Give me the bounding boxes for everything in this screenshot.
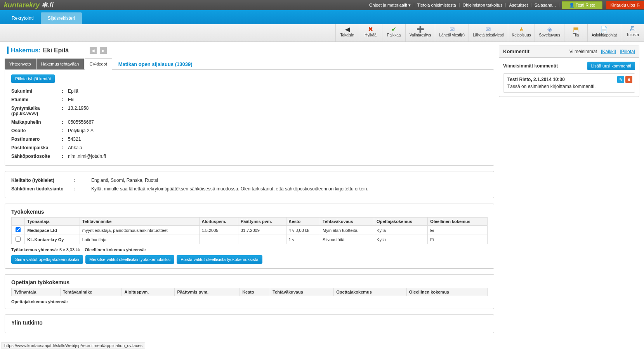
nav-tab-sijaisrekisteri[interactable]: Sijaisrekisteri [41, 12, 82, 24]
prev-arrow[interactable]: ◀ [90, 47, 97, 54]
next-arrow[interactable]: ▶ [100, 47, 107, 54]
logout-icon: ⎘ [637, 3, 640, 7]
move-to-teacher-exp-button[interactable]: Siirrä valitut opettajakokemuksiksi [11, 255, 83, 264]
nav-strip: Rekrytointi Sijaisrekisteri [0, 10, 644, 24]
work-sum1-label: Työkokemus yhteensä: [11, 247, 58, 252]
tool-icon: ✖ [363, 26, 378, 33]
field-label: Postitoimipaikka [11, 145, 62, 150]
field-value: Kyllä, minulle saa lähettää rekrytointip… [89, 186, 368, 192]
table-row: Medispace Ltdmyyntiedustaja, painottomuu… [12, 226, 488, 235]
work-title: Työkokemus [11, 209, 488, 215]
tool-label: Tila [573, 33, 579, 37]
comments-panel: Kommentit Viimeisimmät [Kaikki] [Piilota… [499, 45, 639, 97]
tool-hylk-[interactable]: ✖Hylkää [359, 24, 382, 41]
cell: 4 v 3,03 kk [286, 226, 320, 235]
col-header: Työnantaja [25, 218, 80, 226]
cell: Kyllä [374, 226, 428, 235]
personal-panel: Piilota tyhjät kentät Sukunimi:EpiläEtun… [5, 69, 494, 166]
tab-cv-tiedot[interactable]: CV-tiedot [85, 58, 112, 70]
user-badge[interactable]: 👤 Testi Risto [562, 1, 603, 9]
tool-label: Kelpoisuus [512, 33, 531, 37]
tool-label: Valintaesitys [410, 33, 431, 37]
tool-label: Asiakirjapohjat [592, 33, 617, 37]
tool-l-het-tekstiviesti[interactable]: ✉Lähetä tekstiviesti [469, 24, 508, 41]
cell [199, 235, 238, 244]
top-link[interactable]: Ohjeet ja materiaalit ▾ [366, 3, 414, 7]
table-row: KL-Kuntarekry OyLaitohuoltaja1 vSiivoust… [12, 235, 488, 244]
field-value: Eki [66, 97, 75, 102]
work-table: TyönantajaTehtävänimikeAloituspvm.Päätty… [11, 217, 488, 244]
comments-all-link[interactable]: [Kaikki] [601, 49, 616, 54]
field-value: nimi.nimi@jotain.fi [66, 154, 106, 159]
tool-label: Takaisin [340, 33, 354, 37]
comments-hide-link[interactable]: [Piilota] [620, 49, 635, 54]
cell: Ei [428, 226, 488, 235]
field-value: Englanti, Suomi, Ranska, Ruotsi [89, 178, 158, 183]
top-link[interactable]: Tietoja ohjelmistosta [414, 3, 460, 7]
top-link[interactable]: Ohjelmiston tarkoitus [460, 3, 506, 7]
cell: Ei [428, 235, 488, 244]
tool-l-het-viesti-t-[interactable]: ✉Lähetä viesti(t) [435, 24, 469, 41]
cell: 31.7.2009 [238, 226, 286, 235]
col-header: Tehtävänimike [80, 218, 199, 226]
tool-icon: ➕ [410, 26, 431, 33]
logout-button[interactable]: Kirjaudu ulos ⎘ [606, 1, 644, 9]
tool-icon: ⬒ [568, 26, 583, 33]
tool-takaisin[interactable]: ◀Takaisin [335, 24, 359, 41]
work-panel: Työkokemus TyönantajaTehtävänimikeAloitu… [5, 204, 494, 269]
tool-label: Palkkaa [387, 33, 401, 37]
comment-text: Tässä on esimiehen kirjoittama kommentti… [507, 84, 631, 89]
col-header: Kesto [240, 288, 270, 296]
field-value: 54321 [66, 136, 81, 142]
heading-label: Hakemus: [11, 47, 40, 54]
col-header: Kesto [286, 218, 320, 226]
nav-tab-rekrytointi[interactable]: Rekrytointi [5, 12, 41, 24]
tool-tulosta[interactable]: 🖶Tulosta [621, 24, 644, 41]
top-link[interactable]: Asetukset [506, 3, 531, 7]
col-header: Tehtäväkuvaus [270, 288, 334, 296]
job-link[interactable]: Matikan open sijaisuus (13039) [113, 61, 193, 67]
field-value: Pölykuja 2 A [66, 128, 94, 133]
comment-meta: Testi Risto, 2.1.2014 10:30 [507, 77, 631, 82]
cell: 1.5.2005 [199, 226, 238, 235]
tab-hakemus-tehtavaan[interactable]: Hakemus tehtävään [36, 59, 84, 69]
tool-icon: ✉ [473, 26, 504, 33]
cell: Myin alan tuotteita. [320, 226, 374, 235]
col-header: Tehtävänimike [60, 288, 122, 296]
edit-icon[interactable]: ✎ [617, 76, 624, 83]
cell: Kyllä [374, 235, 428, 244]
remove-relevant-button[interactable]: Poista valitut oleellisista työkokemuksi… [177, 255, 262, 264]
tool-kelpoisuus[interactable]: ★Kelpoisuus [508, 24, 535, 41]
field-value: Ahkala [66, 145, 82, 150]
tool-palkkaa[interactable]: ✔Palkkaa [382, 24, 405, 41]
col-header: Päättymis pvm. [238, 218, 286, 226]
tool-icon: ★ [512, 26, 531, 33]
tool-label: Lähetä viesti(t) [439, 33, 465, 37]
col-header [12, 218, 25, 226]
mark-relevant-button[interactable]: Merkitse valitut oleellisiksi työkokemuk… [85, 255, 174, 264]
add-comment-button[interactable]: Lisää uusi kommentti [587, 62, 635, 70]
degree-title: Ylin tutkinto [11, 320, 488, 326]
content-tabs: Yhteenveto Hakemus tehtävään CV-tiedot M… [5, 58, 494, 70]
field-value: 0505556667 [66, 119, 94, 125]
field-label: Sähköinen tiedoksianto [11, 186, 73, 192]
comments-subhead: Viimeisimmät kommentit [503, 63, 558, 69]
col-header: Työnantaja [12, 288, 61, 296]
top-link[interactable]: Salasana... [531, 3, 559, 7]
tool-icon: ◈ [539, 26, 560, 33]
delete-icon[interactable]: ✖ [625, 76, 632, 83]
field-label: Postinumero [11, 136, 62, 142]
tool-asiakirjapohjat[interactable]: 📄Asiakirjapohjat [587, 24, 621, 41]
cell: Medispace Ltd [25, 226, 80, 235]
row-checkbox[interactable] [16, 227, 21, 232]
row-checkbox[interactable] [16, 237, 21, 242]
col-header: Päättymis pvm. [175, 288, 240, 296]
cell [238, 235, 286, 244]
tool-tila[interactable]: ⬒Tila [564, 24, 587, 41]
tool-valintaesitys[interactable]: ➕Valintaesitys [405, 24, 435, 41]
field-label: Syntymäaika (pp.kk.vvvv) [11, 105, 62, 116]
comments-title: Kommentit [503, 48, 529, 54]
tool-soveltuvuus[interactable]: ◈Soveltuvuus [535, 24, 564, 41]
hide-empty-button[interactable]: Piilota tyhjät kentät [11, 74, 55, 83]
tab-yhteenveto[interactable]: Yhteenveto [5, 59, 36, 69]
